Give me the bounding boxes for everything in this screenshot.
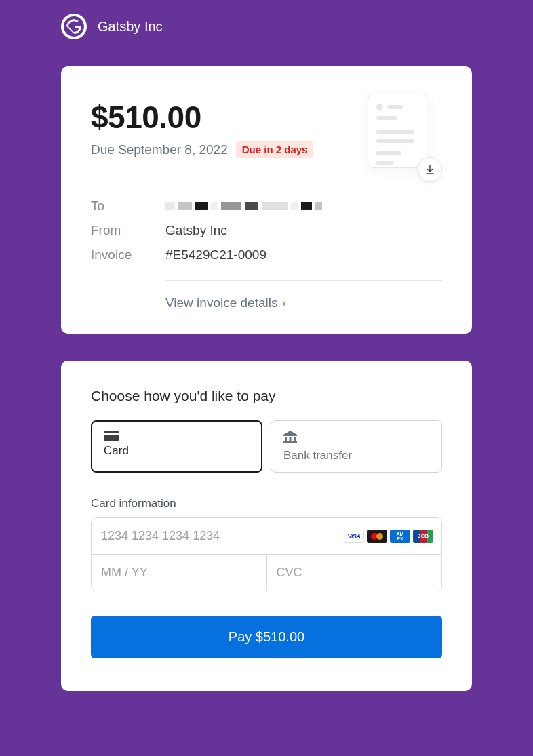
invoice-details: To From Gatsby Inc Invoice #E5429C21-000… bbox=[91, 199, 442, 311]
card-expiry-input[interactable] bbox=[92, 555, 266, 591]
gatsby-logo-icon bbox=[61, 14, 87, 39]
mastercard-icon bbox=[367, 530, 387, 543]
view-invoice-details-link[interactable]: View invoice details › bbox=[165, 296, 442, 311]
download-icon bbox=[425, 164, 435, 175]
card-info-label: Card information bbox=[91, 497, 442, 511]
divider bbox=[165, 280, 442, 281]
from-value: Gatsby Inc bbox=[165, 223, 442, 238]
to-value-redacted bbox=[165, 199, 442, 214]
header: Gatsby Inc bbox=[0, 0, 533, 60]
document-icon bbox=[368, 94, 427, 168]
payment-heading: Choose how you'd like to pay bbox=[91, 388, 442, 404]
download-invoice-button[interactable] bbox=[418, 157, 442, 182]
invoice-preview bbox=[361, 94, 442, 195]
from-label: From bbox=[91, 223, 165, 238]
payment-methods: Card Bank transfer bbox=[91, 420, 442, 473]
card-number-input[interactable] bbox=[92, 518, 342, 554]
method-bank-label: Bank transfer bbox=[283, 449, 429, 462]
amex-icon: AM EX bbox=[390, 530, 410, 543]
visa-icon: VISA bbox=[344, 530, 364, 543]
method-card-label: Card bbox=[104, 444, 250, 458]
due-badge: Due in 2 days bbox=[236, 141, 314, 158]
due-date: Due September 8, 2022 bbox=[91, 142, 228, 157]
company-name: Gatsby Inc bbox=[98, 19, 163, 35]
invoice-card: $510.00 Due September 8, 2022 Due in 2 d… bbox=[61, 66, 472, 334]
pay-button[interactable]: Pay $510.00 bbox=[91, 616, 442, 658]
card-cvc-input[interactable] bbox=[267, 555, 442, 591]
view-details-label: View invoice details bbox=[165, 296, 277, 311]
chevron-right-icon: › bbox=[281, 296, 285, 311]
invoice-number-value: #E5429C21-0009 bbox=[165, 247, 442, 262]
card-inputs: VISA AM EX JCB bbox=[91, 517, 442, 591]
payment-card: Choose how you'd like to pay Card Bank t… bbox=[61, 361, 472, 691]
card-brands: VISA AM EX JCB bbox=[342, 530, 435, 543]
bank-icon bbox=[283, 431, 429, 446]
jcb-icon: JCB bbox=[413, 530, 433, 543]
payment-method-card[interactable]: Card bbox=[91, 420, 262, 473]
to-label: To bbox=[91, 199, 165, 214]
card-icon bbox=[104, 431, 250, 441]
payment-method-bank[interactable]: Bank transfer bbox=[271, 420, 442, 473]
invoice-number-label: Invoice bbox=[91, 247, 165, 262]
